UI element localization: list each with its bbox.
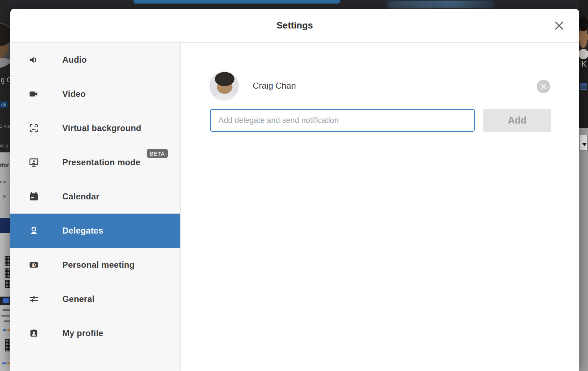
background-page-fragment [0,233,10,371]
calendar-icon [28,191,39,202]
sidebar-item-label: Calendar [62,192,99,202]
modal-body: AudioVideoVirtual backgroundPresentation… [10,43,579,371]
sidebar-item-general[interactable]: General [10,282,180,316]
background-gray-panel [579,128,588,371]
sidebar-item-label: My profile [62,328,103,338]
svg-text:ID: ID [32,262,36,267]
background-text-fragment: K [581,59,587,69]
sidebar-item-delegates[interactable]: Delegates [10,214,180,248]
sidebar-item-video[interactable]: Video [10,77,180,111]
sidebar-item-audio[interactable]: Audio [10,43,180,77]
background-text-fragment: ew [0,179,6,184]
background-left-strip: g C dit 2 Pla cs.g tfor ew ⚑ [0,0,10,371]
background-link-fragment [7,362,10,364]
delegate-name: Craig Chan [253,81,296,91]
sidebar-item-presentation-mode[interactable]: Presentation modeBETA [10,145,180,179]
sidebar-item-virtual-background[interactable]: Virtual background [10,111,180,145]
background-navy-block [0,218,10,233]
screen: g C dit 2 Pla cs.g tfor ew ⚑ [0,0,588,371]
sliders-icon [28,294,39,304]
sidebar-item-label: Delegates [62,226,103,236]
settings-sidebar: AudioVideoVirtual backgroundPresentation… [10,43,181,371]
background-flag-icon: ⚑ [2,194,7,200]
background-light-panel: tfor ew ⚑ [0,152,10,218]
sidebar-item-my-profile[interactable]: My profile [10,316,180,350]
profile-card-icon [28,328,39,339]
background-dropdown [580,134,588,151]
background-text-line [4,320,10,322]
delegate-avatar [210,72,238,100]
modal-title: Settings [10,20,579,31]
background-text-line [2,309,10,311]
presentation-mode-icon [28,157,39,168]
background-avatar-photo [0,22,10,68]
background-text-fragment: tfor [0,162,9,168]
sidebar-item-label: Video [62,89,86,99]
remove-x-icon [541,84,546,89]
beta-badge: BETA [147,149,168,158]
background-link-fragment [3,329,6,331]
speaker-icon [28,54,39,65]
sidebar-item-label: Virtual background [62,123,141,133]
background-thumbnail [5,339,10,351]
sidebar-item-personal-meeting[interactable]: IDPersonal meeting [10,248,180,282]
background-blue-chip [3,298,9,303]
background-thumbnail [5,268,10,278]
headset-person-icon [28,225,39,236]
sidebar-item-label: Audio [62,55,87,65]
close-button[interactable] [553,20,565,31]
sidebar-item-label: Personal meeting [62,260,135,270]
background-link-fragment [7,329,10,331]
virtual-background-icon [28,123,39,134]
background-right-strip: K [579,0,588,371]
background-small-icon [580,83,587,90]
background-thumbnail [5,280,10,288]
id-badge-icon: ID [28,260,39,270]
background-text-fragment: 2 Pla [0,124,10,129]
video-camera-icon [28,89,39,99]
add-button[interactable]: Add [483,109,551,132]
sidebar-item-label: General [62,294,95,304]
background-link-fragment [2,362,6,364]
delegates-panel: Craig Chan Add [181,43,579,371]
add-delegate-input[interactable] [210,109,475,132]
background-text-fragment: g C [1,76,10,84]
background-thumbnail [5,256,10,266]
background-text-fragment: cs.g [0,143,8,148]
background-edit-link-fragment: dit [0,101,7,108]
caret-down-icon [582,143,587,146]
modal-header: Settings [10,9,579,43]
remove-delegate-button[interactable] [537,80,550,93]
background-blue-glow [386,1,495,8]
sidebar-item-label: Presentation mode [62,157,140,167]
sidebar-item-calendar[interactable]: Calendar [10,179,180,214]
background-text-line [1,315,10,317]
background-face-photo [579,17,588,59]
settings-modal: Settings AudioVideoVirtual backgroundPre… [10,9,579,371]
background-top-bar [0,0,588,9]
close-x-icon [553,20,565,31]
background-dark-bar [0,297,10,305]
background-blue-tab [133,0,340,4]
